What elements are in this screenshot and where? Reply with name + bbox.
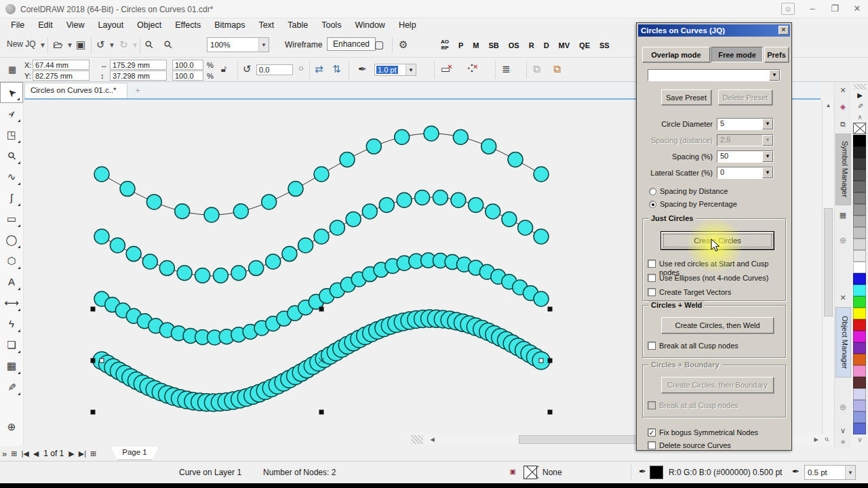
redo-icon[interactable]: ↻ xyxy=(119,39,128,49)
curve-1-circle[interactable] xyxy=(233,204,248,219)
drop-shadow-tool[interactable]: ❏ xyxy=(0,334,23,355)
last-page-icon[interactable]: ▶| xyxy=(79,449,86,458)
new-dropdown-icon[interactable]: ▼ xyxy=(39,42,46,49)
outline-width-combobox[interactable]: 1.0 pt ▼ xyxy=(374,64,416,76)
zoom-page-icon[interactable]: ⚲ xyxy=(142,38,155,50)
curve-2-circle[interactable] xyxy=(433,190,448,205)
palette-swatch-808080[interactable] xyxy=(853,192,866,204)
circle-diameter-combobox[interactable]: 5▼ xyxy=(717,118,774,130)
palette-swatch-b3b3e8[interactable] xyxy=(853,400,866,411)
check-delete-source-curves[interactable]: Delete source Curves xyxy=(648,441,787,450)
new-document-button[interactable]: New JQ xyxy=(7,40,36,48)
scale-y-field[interactable]: 100.0 xyxy=(172,70,203,81)
splitter-grip[interactable] xyxy=(411,435,423,444)
curve-2-circle[interactable] xyxy=(231,266,246,281)
curve-1-circle[interactable] xyxy=(120,182,135,197)
curve-2-circle[interactable] xyxy=(94,229,109,244)
palette-swatch-1616dc[interactable] xyxy=(853,273,866,285)
macro-button-ss[interactable]: SS xyxy=(599,41,610,49)
fill-color-icon[interactable]: ◈ xyxy=(507,466,519,478)
selection-handle[interactable] xyxy=(319,410,324,415)
palette-swatch-7c2ab2[interactable] xyxy=(853,342,866,354)
open-dropdown-icon[interactable]: ▼ xyxy=(66,42,73,49)
add-page-after-icon[interactable]: ⊞ xyxy=(90,449,96,458)
curve-2-circle[interactable] xyxy=(502,211,517,226)
page-tab[interactable]: Page 1 xyxy=(111,447,158,460)
curve-1-circle[interactable] xyxy=(534,167,549,182)
menu-text[interactable]: Text xyxy=(252,18,281,33)
curve-2-circle[interactable] xyxy=(518,220,533,235)
palette-swatch-c4c4c4[interactable] xyxy=(853,227,866,239)
curve-2-circle[interactable] xyxy=(126,247,141,262)
no-fill-icon[interactable] xyxy=(524,466,537,479)
palette-swatch-3cf0ee[interactable] xyxy=(853,285,866,296)
macro-button-r[interactable]: R xyxy=(529,41,534,49)
curve-1-circle[interactable] xyxy=(453,129,468,144)
curve-2-circle[interactable] xyxy=(451,192,466,207)
scroll-left-icon[interactable]: ◀ xyxy=(427,434,437,445)
x-position-field[interactable]: 67.44 mm xyxy=(33,60,90,70)
interactive-fill-tool[interactable]: ⊕ xyxy=(0,416,23,437)
curve-1-circle[interactable] xyxy=(288,182,303,197)
tab-free-mode[interactable]: Free mode xyxy=(711,47,763,62)
mirror-vertical-icon[interactable]: ⇅ xyxy=(332,64,341,74)
zoom-dropdown-icon[interactable]: ▼ xyxy=(258,38,269,52)
rectangle-tool[interactable]: ▭ xyxy=(0,208,23,229)
open-folder-icon[interactable]: 🗁 xyxy=(53,39,63,49)
curve-2-circle[interactable] xyxy=(362,204,377,219)
crop-tool[interactable]: ◳ xyxy=(0,124,23,145)
radio-spacing-by-distance[interactable]: Spacing by Distance xyxy=(649,187,728,195)
delete-segment-icon[interactable]: ▭✕ xyxy=(441,64,456,74)
object-height-field[interactable]: 37.298 mm xyxy=(110,70,167,81)
symbol-icon[interactable]: ⧉ xyxy=(837,120,849,129)
palette-swatch-ffffff[interactable] xyxy=(853,262,866,273)
outline-width-status-dropdown-icon[interactable]: ▼ xyxy=(845,466,855,479)
options-gear-icon[interactable]: ⚙ xyxy=(399,39,408,49)
lock-ratio-icon[interactable]: 🔓︎ xyxy=(221,64,226,73)
palette-swatch-999999[interactable] xyxy=(853,204,866,216)
selection-handle[interactable] xyxy=(91,307,96,312)
palette-scroll-down-icon[interactable]: ∨ xyxy=(852,436,868,443)
curve-2-circle[interactable] xyxy=(110,238,125,253)
previous-page-icon[interactable]: ◀ xyxy=(33,449,39,458)
selection-handle[interactable] xyxy=(548,410,553,415)
selection-handle[interactable] xyxy=(91,410,96,415)
menu-view[interactable]: View xyxy=(60,18,92,33)
menu-table[interactable]: Table xyxy=(281,18,315,33)
radio-spacing-by-percentage[interactable]: Spacing by Percentage xyxy=(649,200,737,208)
macro-button-p[interactable]: P xyxy=(458,41,463,49)
curve-2-circle[interactable] xyxy=(486,204,500,219)
palette-swatch-f8f800[interactable] xyxy=(853,308,866,319)
minimize-button[interactable]: – xyxy=(804,2,821,16)
curve-end-node[interactable] xyxy=(539,359,543,363)
tab-overlap-mode[interactable]: Overlap mode xyxy=(642,47,710,62)
palette-swatch-da1616[interactable] xyxy=(853,319,866,331)
zoom-levels-icon[interactable]: ⚲ xyxy=(161,38,174,50)
preset-combobox[interactable]: ▼ xyxy=(648,69,781,81)
text-tool[interactable]: A xyxy=(0,271,23,292)
palette-swatch-5a6cd2[interactable] xyxy=(853,423,866,434)
shape-tool[interactable]: ➢ xyxy=(0,103,23,124)
curve-2-circle[interactable] xyxy=(159,261,174,276)
outline-color-swatch[interactable] xyxy=(650,466,663,479)
enhanced-view-button[interactable]: Enhanced xyxy=(327,37,376,51)
save-preset-button[interactable]: Save Preset xyxy=(661,89,711,105)
curve-2-circle[interactable] xyxy=(282,247,297,262)
dimension-tool[interactable]: ⟷ xyxy=(0,292,23,313)
check-fix-bogus-nodes[interactable]: ✓Fix bogus Symmetrical Nodes xyxy=(648,428,787,437)
lateral-scatter-combobox[interactable]: 0▼ xyxy=(717,167,774,179)
palette-swatch-2ade2a[interactable] xyxy=(853,296,866,308)
macro-button-os[interactable]: OS xyxy=(509,41,519,49)
menu-effects[interactable]: Effects xyxy=(168,18,208,33)
palette-eyedropper-icon[interactable]: ✎ xyxy=(856,98,864,115)
to-front-icon[interactable]: ⧉ xyxy=(553,64,561,74)
curve-2-circle[interactable] xyxy=(195,268,210,283)
curve-2-circle[interactable] xyxy=(415,190,430,205)
mirror-horizontal-icon[interactable]: ⇄ xyxy=(315,64,323,74)
curve-3-circle[interactable] xyxy=(534,291,549,306)
transparency-tool[interactable]: ▦ xyxy=(0,355,23,376)
docker-tab-object-manager[interactable]: Object Manager xyxy=(835,307,851,378)
wireframe-view-button[interactable]: Wireframe xyxy=(285,40,322,49)
curve-1-circle[interactable] xyxy=(94,167,109,182)
pick-tool[interactable]: ➤ xyxy=(0,82,23,103)
